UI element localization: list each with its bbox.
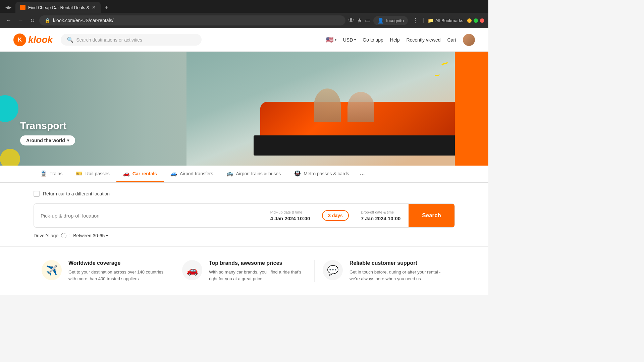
search-bar[interactable]: 🔍 Search destinations or activities — [61, 34, 202, 46]
logo-area[interactable]: K klook — [13, 34, 53, 46]
tab-label-trains: Trains — [50, 171, 62, 176]
hero-transport-label: Transport — [20, 120, 75, 131]
tab-label-rail-passes: Rail passes — [85, 171, 109, 176]
lock-icon: 🔒 — [45, 18, 50, 23]
search-placeholder-text: Search destinations or activities — [76, 37, 142, 43]
forward-button[interactable]: → — [16, 16, 25, 25]
search-button[interactable]: Search — [409, 204, 454, 227]
tab-metro-passes[interactable]: 🚇Metro passes & cards — [287, 166, 356, 182]
search-icon: 🔍 — [67, 37, 73, 43]
tab-airport-transfers[interactable]: 🚙Airport transfers — [164, 166, 220, 182]
sidebar-icon[interactable]: ▭ — [365, 17, 371, 24]
tabs-area: 🚆Trains🎫Rail passes🚗Car rentals🚙Airport … — [0, 166, 488, 183]
new-tab-button[interactable]: + — [102, 2, 111, 13]
chevron-down-icon: ▾ — [335, 38, 336, 42]
tab-label-airport-transfers: Airport transfers — [180, 171, 213, 176]
location-input[interactable] — [34, 207, 262, 224]
go-to-app-link[interactable]: Go to app — [363, 37, 383, 43]
currency-label: USD — [343, 37, 353, 43]
feature-icon-support: 💬 — [323, 260, 343, 280]
feature-icon-worldwide: ✈️ — [42, 260, 62, 280]
feature-title-worldwide: Worldwide coverage — [68, 260, 166, 266]
bookmarks-folder-icon: 📁 — [428, 18, 433, 23]
search-form: Return car to a different location Pick-… — [0, 183, 488, 247]
tab-icon-rail-passes: 🎫 — [76, 170, 83, 177]
win-close-btn[interactable] — [480, 18, 484, 23]
language-selector[interactable]: 🇺🇸 ▾ — [326, 36, 336, 44]
person-icon: 👤 — [377, 17, 384, 24]
feature-text-worldwide: Worldwide coverage Get to your destinati… — [68, 260, 166, 282]
driver-age-row: Driver's age i : Between 30-65 ▾ — [34, 233, 455, 238]
back-button[interactable]: ← — [4, 16, 13, 25]
features-section: ✈️ Worldwide coverage Get to your destin… — [0, 247, 488, 295]
klook-logo-icon: K — [13, 34, 26, 46]
driver-age-colon: : — [69, 233, 70, 238]
driver-age-selector[interactable]: Between 30-65 ▾ — [73, 233, 108, 238]
bookmarks-label[interactable]: All Bookmarks — [435, 18, 463, 23]
profile-section[interactable]: 👤 Incognito — [373, 16, 408, 25]
tab-airport-trains[interactable]: 🚌Airport trains & buses — [220, 166, 288, 182]
feature-title-support: Reliable customer support — [350, 260, 447, 266]
hero-orange-stripe — [455, 52, 488, 166]
tab-group-arrow[interactable]: ◀▶ — [3, 3, 14, 12]
bookmark-icon[interactable]: ★ — [357, 17, 362, 24]
currency-selector[interactable]: USD ▾ — [343, 37, 356, 43]
dropoff-date-field[interactable]: Drop-off date & time 7 Jan 2024 10:00 — [353, 206, 409, 225]
active-tab[interactable]: Find Cheap Car Rental Deals & ✕ — [15, 2, 101, 13]
site-wrapper: K klook 🔍 Search destinations or activit… — [0, 28, 488, 295]
driver-age-label: Driver's age — [34, 233, 58, 238]
tabs-row: 🚆Trains🎫Rail passes🚗Car rentals🚙Airport … — [34, 166, 455, 182]
hero-content: Transport Around the world ▾ — [20, 120, 75, 145]
feature-icon-top-brands: 🚗 — [182, 260, 202, 280]
tabs-more-button[interactable]: ··· — [356, 166, 369, 182]
dropoff-date-value: 7 Jan 2024 10:00 — [361, 216, 400, 221]
tab-icon-airport-transfers: 🚙 — [170, 170, 177, 177]
browser-window: ◀▶ Find Cheap Car Rental Deals & ✕ + ← →… — [0, 0, 488, 28]
currency-chevron-icon: ▾ — [354, 38, 356, 42]
incognito-label: Incognito — [386, 18, 404, 23]
tab-trains[interactable]: 🚆Trains — [34, 166, 69, 182]
visibility-off-icon[interactable]: 👁 — [348, 17, 354, 24]
tab-close-icon[interactable]: ✕ — [92, 5, 96, 10]
pickup-date-field[interactable]: Pick-up date & time 4 Jan 2024 10:00 — [262, 206, 318, 225]
hero-location-badge[interactable]: Around the world ▾ — [20, 135, 75, 145]
feature-text-top-brands: Top brands, awesome prices With so many … — [209, 260, 306, 282]
help-link[interactable]: Help — [390, 37, 400, 43]
feature-desc-top-brands: With so many car brands, you'll find a r… — [209, 269, 306, 282]
driver-age-info-icon[interactable]: i — [61, 233, 66, 238]
win-max-btn[interactable] — [474, 18, 478, 23]
tab-label-car-rentals: Car rentals — [132, 171, 157, 176]
hero-car-body — [254, 88, 488, 156]
win-min-btn[interactable] — [467, 18, 472, 23]
return-checkbox[interactable] — [34, 191, 40, 197]
tab-favicon — [20, 5, 25, 10]
cart-link[interactable]: Cart — [447, 37, 456, 43]
reload-button[interactable]: ↻ — [28, 16, 37, 25]
url-text[interactable]: klook.com/en-US/car-rentals/ — [53, 18, 114, 23]
badge-text: Around the world — [26, 138, 65, 143]
pickup-date-value: 4 Jan 2024 10:00 — [270, 216, 310, 221]
pickup-date-label: Pick-up date & time — [270, 210, 310, 214]
menu-icon[interactable]: ⋮ — [411, 15, 421, 25]
bookmarks-bar-toggle: 📁 All Bookmarks — [423, 18, 463, 23]
days-badge-text: 3 days — [328, 213, 343, 218]
tab-icon-car-rentals: 🚗 — [123, 170, 130, 177]
tab-car-rentals[interactable]: 🚗Car rentals — [116, 166, 164, 182]
badge-chevron-icon: ▾ — [67, 138, 69, 143]
tab-title: Find Cheap Car Rental Deals & — [28, 5, 89, 10]
feature-text-support: Reliable customer support Get in touch b… — [350, 260, 447, 282]
days-badge[interactable]: 3 days — [322, 210, 349, 221]
tab-icon-metro-passes: 🚇 — [294, 170, 301, 177]
driver-age-chevron-icon: ▾ — [106, 233, 108, 238]
user-avatar[interactable] — [463, 34, 475, 46]
feature-title-top-brands: Top brands, awesome prices — [209, 260, 306, 266]
site-nav: K klook 🔍 Search destinations or activit… — [0, 28, 488, 52]
tab-rail-passes[interactable]: 🎫Rail passes — [69, 166, 116, 182]
return-label[interactable]: Return car to a different location — [43, 191, 110, 196]
feature-worldwide: ✈️ Worldwide coverage Get to your destin… — [34, 260, 174, 282]
feature-support: 💬 Reliable customer support Get in touch… — [315, 260, 455, 282]
driver-age-value-text: Between 30-65 — [73, 233, 105, 238]
address-bar[interactable]: 🔒 klook.com/en-US/car-rentals/ — [39, 15, 345, 25]
logo-text: klook — [28, 35, 53, 45]
recently-viewed-link[interactable]: Recently viewed — [407, 37, 441, 43]
